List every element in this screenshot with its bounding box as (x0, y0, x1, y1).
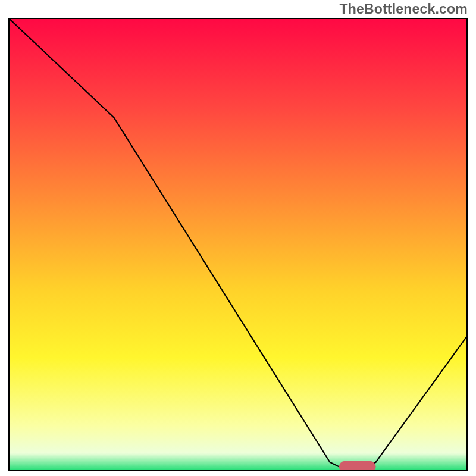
highlight-marker (339, 461, 376, 471)
watermark-text: TheBottleneck.com (339, 1, 468, 17)
chart-container: TheBottleneck.com (0, 0, 476, 476)
bottleneck-chart (8, 18, 468, 471)
gradient-background (8, 18, 468, 471)
